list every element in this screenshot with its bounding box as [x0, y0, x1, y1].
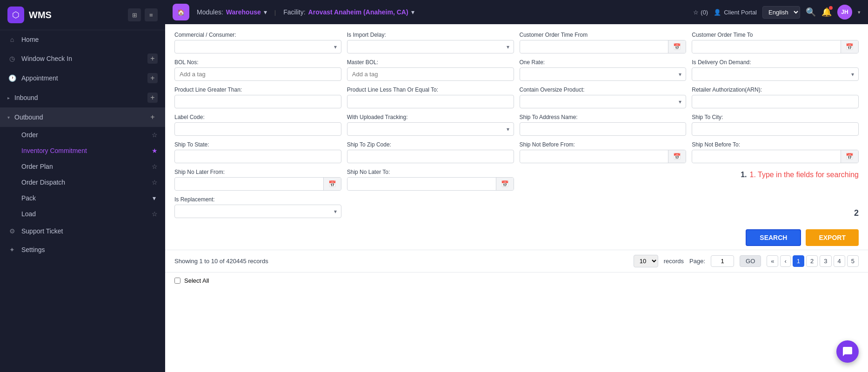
support-ticket-icon: ⚙	[7, 226, 17, 236]
sidebar-item-order-dispatch[interactable]: Order Dispatch ☆	[0, 174, 165, 190]
label-code-input[interactable]	[174, 122, 341, 136]
content-area: Commercial / Consumer: Is Import Delay: …	[165, 24, 868, 372]
export-button[interactable]: EXPORT	[806, 229, 859, 246]
is-import-delay-select[interactable]	[347, 40, 514, 53]
chat-bubble[interactable]	[836, 340, 859, 363]
client-portal-button[interactable]: 👤 Client Portal	[714, 9, 757, 16]
favorites-button[interactable]: ☆ (0)	[693, 9, 708, 16]
customer-order-time-to-calendar-icon[interactable]: 📅	[841, 40, 858, 53]
home-button[interactable]: 🏠	[173, 4, 189, 20]
customer-order-time-to-input[interactable]	[692, 40, 841, 53]
logo-text: WMS	[29, 10, 52, 20]
sidebar-item-appointment[interactable]: 🕐 Appointment +	[0, 68, 165, 88]
inbound-plus-icon[interactable]: +	[147, 93, 158, 103]
is-delivery-on-demand-select[interactable]	[692, 67, 859, 81]
sidebar-item-order[interactable]: Order ☆	[0, 127, 165, 143]
commercial-consumer-select[interactable]	[174, 40, 341, 53]
appointment-plus-icon[interactable]: +	[147, 73, 158, 83]
ship-to-city-input[interactable]	[692, 122, 859, 136]
ship-not-before-from-input[interactable]	[520, 150, 668, 163]
sidebar-item-order-plan[interactable]: Order Plan ☆	[0, 159, 165, 174]
ship-no-later-to-label: Ship No Later To:	[347, 169, 514, 175]
hint-text: 1. Type in the fields for searching	[749, 171, 859, 179]
is-import-delay-group: Is Import Delay:	[347, 32, 514, 53]
page-1-button[interactable]: 1	[793, 255, 804, 267]
contain-oversize-select[interactable]	[520, 95, 687, 108]
ship-no-later-from-calendar-icon[interactable]: 📅	[323, 178, 341, 190]
customer-order-time-from-calendar-icon[interactable]: 📅	[668, 40, 686, 53]
records-per-page-select[interactable]: 10 25 50	[634, 255, 658, 267]
sidebar-item-settings[interactable]: ✦ Settings	[0, 240, 165, 259]
facility-chevron-icon[interactable]: ▾	[411, 8, 414, 16]
sidebar-item-support-ticket-label: Support Ticket	[21, 227, 158, 235]
sidebar-item-inventory-commitment[interactable]: Inventory Commitment ★	[0, 143, 165, 159]
select-all-label: Select All	[184, 277, 209, 284]
language-selector[interactable]: English	[762, 6, 800, 19]
outbound-plus-icon[interactable]: +	[147, 112, 158, 122]
ship-to-state-input[interactable]	[174, 150, 341, 163]
order-plan-star-icon[interactable]: ☆	[152, 163, 158, 170]
ship-not-before-to-input[interactable]	[692, 150, 841, 163]
customer-order-time-from-input[interactable]	[520, 40, 668, 53]
modules-value[interactable]: Warehouse	[226, 8, 261, 16]
retailer-authorization-input[interactable]	[692, 95, 859, 108]
prev-page-button[interactable]: ‹	[780, 255, 790, 267]
select-all-checkbox[interactable]	[174, 278, 180, 284]
order-star-icon[interactable]: ☆	[152, 131, 158, 139]
ship-to-zip-code-input[interactable]	[347, 150, 514, 163]
ship-no-later-to-input[interactable]	[347, 178, 496, 190]
modules-label: Modules:	[197, 8, 223, 16]
ship-no-later-to-calendar-icon[interactable]: 📅	[496, 178, 514, 190]
contain-oversize-group: Contain Oversize Product:	[520, 86, 687, 108]
one-rate-select[interactable]	[520, 67, 687, 81]
bol-nos-input[interactable]	[174, 67, 341, 81]
ship-not-before-from-calendar-icon[interactable]: 📅	[668, 150, 686, 163]
star-icon: ☆	[693, 9, 699, 16]
product-line-greater-label: Product Line Greater Than:	[174, 86, 341, 93]
sidebar-item-order-dispatch-label: Order Dispatch	[21, 179, 65, 186]
is-replacement-select[interactable]	[174, 205, 341, 218]
ship-no-later-from-input[interactable]	[175, 178, 323, 190]
search-button[interactable]: SEARCH	[746, 229, 801, 246]
sidebar-item-outbound[interactable]: ▾ Outbound +	[0, 107, 165, 127]
sidebar: ⬡ WMS ⊞ ≡ ⌂ Home ◷ Window Check In + 🕐 A…	[0, 0, 165, 372]
user-avatar[interactable]: JH	[837, 5, 852, 20]
load-star-icon[interactable]: ☆	[152, 210, 158, 218]
page-4-button[interactable]: 4	[834, 255, 845, 267]
page-5-button[interactable]: 5	[847, 255, 859, 267]
window-check-in-plus-icon[interactable]: +	[147, 53, 158, 64]
sidebar-item-load[interactable]: Load ☆	[0, 206, 165, 222]
sidebar-item-window-check-in[interactable]: ◷ Window Check In +	[0, 49, 165, 68]
ship-to-address-name-input[interactable]	[520, 122, 687, 136]
page-2-button[interactable]: 2	[806, 255, 818, 267]
modules-chevron-icon[interactable]: ▾	[264, 8, 267, 16]
go-button[interactable]: GO	[740, 255, 761, 267]
outbound-arrow-icon: ▾	[7, 115, 10, 120]
page-number-input[interactable]	[711, 255, 734, 267]
menu-icon-button[interactable]: ≡	[145, 8, 158, 21]
sidebar-item-pack[interactable]: Pack ▾	[0, 190, 165, 206]
page-3-button[interactable]: 3	[820, 255, 831, 267]
product-line-greater-input[interactable]	[174, 95, 341, 108]
sidebar-item-support-ticket[interactable]: ⚙ Support Ticket	[0, 222, 165, 240]
product-line-less-input[interactable]	[347, 95, 514, 108]
hint-area: 1. 1. Type in the fields for searching	[741, 169, 859, 181]
user-menu-chevron-icon[interactable]: ▾	[858, 9, 861, 15]
one-rate-group: One Rate:	[520, 59, 687, 81]
sidebar-item-inbound[interactable]: ▸ Inbound +	[0, 88, 165, 107]
search-icon[interactable]: 🔍	[806, 7, 816, 17]
is-delivery-on-demand-group: Is Delivery On Demand:	[692, 59, 859, 81]
first-page-button[interactable]: «	[767, 255, 778, 267]
notifications-bell[interactable]: 🔔	[821, 7, 832, 17]
is-replacement-label: Is Replacement:	[174, 196, 341, 203]
ship-no-later-from-group: Ship No Later From: 📅	[174, 169, 341, 191]
with-uploaded-tracking-select[interactable]	[347, 122, 514, 136]
facility-value[interactable]: Arovast Anaheim (Anaheim, CA)	[308, 8, 408, 16]
ship-not-before-to-calendar-icon[interactable]: 📅	[841, 150, 858, 163]
ship-to-city-group: Ship To City:	[692, 114, 859, 136]
grid-icon-button[interactable]: ⊞	[128, 8, 141, 21]
sidebar-item-home[interactable]: ⌂ Home	[0, 30, 165, 49]
master-bol-input[interactable]	[347, 67, 514, 81]
inventory-commitment-star-icon[interactable]: ★	[152, 147, 158, 154]
order-dispatch-star-icon[interactable]: ☆	[152, 179, 158, 186]
